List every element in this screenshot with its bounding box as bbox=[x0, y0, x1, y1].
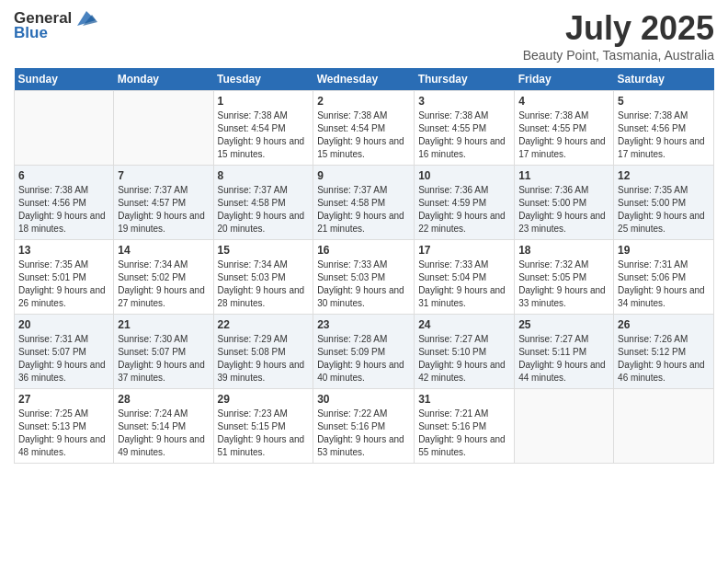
day-number: 8 bbox=[218, 169, 310, 182]
week-row-1: 1Sunrise: 7:38 AM Sunset: 4:54 PM Daylig… bbox=[15, 91, 714, 166]
day-cell: 5Sunrise: 7:38 AM Sunset: 4:56 PM Daylig… bbox=[614, 91, 714, 166]
day-cell bbox=[515, 389, 614, 464]
day-cell: 11Sunrise: 7:36 AM Sunset: 5:00 PM Dayli… bbox=[515, 166, 614, 240]
day-cell: 16Sunrise: 7:33 AM Sunset: 5:03 PM Dayli… bbox=[313, 240, 415, 315]
day-cell: 29Sunrise: 7:23 AM Sunset: 5:15 PM Dayli… bbox=[213, 389, 313, 464]
calendar-header: SundayMondayTuesdayWednesdayThursdayFrid… bbox=[15, 68, 714, 91]
day-cell: 17Sunrise: 7:33 AM Sunset: 5:04 PM Dayli… bbox=[415, 240, 515, 315]
day-header-friday: Friday bbox=[515, 68, 614, 91]
day-number: 28 bbox=[118, 393, 209, 406]
day-number: 14 bbox=[118, 244, 209, 257]
day-cell: 31Sunrise: 7:21 AM Sunset: 5:16 PM Dayli… bbox=[415, 389, 515, 464]
day-cell: 12Sunrise: 7:35 AM Sunset: 5:00 PM Dayli… bbox=[614, 166, 714, 240]
day-cell: 13Sunrise: 7:35 AM Sunset: 5:01 PM Dayli… bbox=[15, 240, 114, 315]
day-info: Sunrise: 7:35 AM Sunset: 5:01 PM Dayligh… bbox=[18, 259, 109, 310]
day-info: Sunrise: 7:33 AM Sunset: 5:04 PM Dayligh… bbox=[418, 259, 510, 310]
day-number: 29 bbox=[218, 393, 310, 406]
day-info: Sunrise: 7:31 AM Sunset: 5:07 PM Dayligh… bbox=[18, 333, 109, 385]
day-info: Sunrise: 7:32 AM Sunset: 5:05 PM Dayligh… bbox=[518, 259, 609, 310]
day-number: 3 bbox=[418, 95, 510, 108]
day-info: Sunrise: 7:36 AM Sunset: 5:00 PM Dayligh… bbox=[518, 184, 609, 236]
day-info: Sunrise: 7:38 AM Sunset: 4:56 PM Dayligh… bbox=[18, 184, 109, 236]
day-header-monday: Monday bbox=[114, 68, 213, 91]
day-cell: 8Sunrise: 7:37 AM Sunset: 4:58 PM Daylig… bbox=[213, 166, 313, 240]
day-number: 12 bbox=[618, 169, 710, 182]
day-info: Sunrise: 7:29 AM Sunset: 5:08 PM Dayligh… bbox=[218, 333, 310, 385]
day-cell: 4Sunrise: 7:38 AM Sunset: 4:55 PM Daylig… bbox=[515, 91, 614, 166]
day-number: 11 bbox=[518, 169, 609, 182]
logo: General Blue bbox=[14, 9, 99, 42]
day-info: Sunrise: 7:31 AM Sunset: 5:06 PM Dayligh… bbox=[618, 259, 710, 310]
day-info: Sunrise: 7:38 AM Sunset: 4:55 PM Dayligh… bbox=[518, 109, 609, 161]
day-cell: 27Sunrise: 7:25 AM Sunset: 5:13 PM Dayli… bbox=[15, 389, 114, 464]
day-info: Sunrise: 7:22 AM Sunset: 5:16 PM Dayligh… bbox=[317, 408, 410, 459]
week-row-5: 27Sunrise: 7:25 AM Sunset: 5:13 PM Dayli… bbox=[15, 389, 714, 464]
day-number: 15 bbox=[218, 244, 310, 257]
day-info: Sunrise: 7:38 AM Sunset: 4:54 PM Dayligh… bbox=[218, 109, 310, 161]
day-cell: 15Sunrise: 7:34 AM Sunset: 5:03 PM Dayli… bbox=[213, 240, 313, 315]
day-cell: 9Sunrise: 7:37 AM Sunset: 4:58 PM Daylig… bbox=[313, 166, 415, 240]
day-number: 26 bbox=[618, 318, 710, 331]
day-info: Sunrise: 7:36 AM Sunset: 4:59 PM Dayligh… bbox=[418, 184, 510, 236]
day-cell: 18Sunrise: 7:32 AM Sunset: 5:05 PM Dayli… bbox=[515, 240, 614, 315]
day-header-tuesday: Tuesday bbox=[213, 68, 313, 91]
day-number: 19 bbox=[618, 244, 710, 257]
header-row: SundayMondayTuesdayWednesdayThursdayFrid… bbox=[15, 68, 714, 91]
logo-text-blue: Blue bbox=[14, 24, 48, 42]
day-cell: 26Sunrise: 7:26 AM Sunset: 5:12 PM Dayli… bbox=[614, 315, 714, 389]
day-info: Sunrise: 7:27 AM Sunset: 5:10 PM Dayligh… bbox=[418, 333, 510, 385]
day-cell: 30Sunrise: 7:22 AM Sunset: 5:16 PM Dayli… bbox=[313, 389, 415, 464]
calendar-body: 1Sunrise: 7:38 AM Sunset: 4:54 PM Daylig… bbox=[15, 91, 714, 464]
day-cell: 10Sunrise: 7:36 AM Sunset: 4:59 PM Dayli… bbox=[415, 166, 515, 240]
day-info: Sunrise: 7:30 AM Sunset: 5:07 PM Dayligh… bbox=[118, 333, 209, 385]
day-cell: 19Sunrise: 7:31 AM Sunset: 5:06 PM Dayli… bbox=[614, 240, 714, 315]
day-number: 30 bbox=[317, 393, 410, 406]
day-info: Sunrise: 7:38 AM Sunset: 4:54 PM Dayligh… bbox=[317, 109, 410, 161]
day-cell: 3Sunrise: 7:38 AM Sunset: 4:55 PM Daylig… bbox=[415, 91, 515, 166]
header: General Blue July 2025 Beauty Point, Tas… bbox=[14, 9, 714, 63]
day-header-wednesday: Wednesday bbox=[313, 68, 415, 91]
day-number: 13 bbox=[18, 244, 109, 257]
day-cell bbox=[614, 389, 714, 464]
week-row-2: 6Sunrise: 7:38 AM Sunset: 4:56 PM Daylig… bbox=[15, 166, 714, 240]
day-number: 27 bbox=[18, 393, 109, 406]
day-cell: 23Sunrise: 7:28 AM Sunset: 5:09 PM Dayli… bbox=[313, 315, 415, 389]
day-info: Sunrise: 7:38 AM Sunset: 4:55 PM Dayligh… bbox=[418, 109, 510, 161]
day-number: 17 bbox=[418, 244, 510, 257]
day-cell: 22Sunrise: 7:29 AM Sunset: 5:08 PM Dayli… bbox=[213, 315, 313, 389]
day-cell: 1Sunrise: 7:38 AM Sunset: 4:54 PM Daylig… bbox=[213, 91, 313, 166]
day-cell: 14Sunrise: 7:34 AM Sunset: 5:02 PM Dayli… bbox=[114, 240, 213, 315]
day-cell bbox=[15, 91, 114, 166]
day-number: 16 bbox=[317, 244, 410, 257]
day-info: Sunrise: 7:28 AM Sunset: 5:09 PM Dayligh… bbox=[317, 333, 410, 385]
day-cell: 2Sunrise: 7:38 AM Sunset: 4:54 PM Daylig… bbox=[313, 91, 415, 166]
day-number: 25 bbox=[518, 318, 609, 331]
day-info: Sunrise: 7:26 AM Sunset: 5:12 PM Dayligh… bbox=[618, 333, 710, 385]
logo-icon bbox=[74, 9, 97, 28]
day-info: Sunrise: 7:37 AM Sunset: 4:57 PM Dayligh… bbox=[118, 184, 209, 236]
day-info: Sunrise: 7:23 AM Sunset: 5:15 PM Dayligh… bbox=[218, 408, 310, 459]
day-cell: 7Sunrise: 7:37 AM Sunset: 4:57 PM Daylig… bbox=[114, 166, 213, 240]
day-info: Sunrise: 7:27 AM Sunset: 5:11 PM Dayligh… bbox=[518, 333, 609, 385]
page-subtitle: Beauty Point, Tasmania, Australia bbox=[523, 48, 714, 63]
day-number: 7 bbox=[118, 169, 209, 182]
day-cell: 24Sunrise: 7:27 AM Sunset: 5:10 PM Dayli… bbox=[415, 315, 515, 389]
day-cell bbox=[114, 91, 213, 166]
week-row-4: 20Sunrise: 7:31 AM Sunset: 5:07 PM Dayli… bbox=[15, 315, 714, 389]
day-cell: 21Sunrise: 7:30 AM Sunset: 5:07 PM Dayli… bbox=[114, 315, 213, 389]
day-cell: 6Sunrise: 7:38 AM Sunset: 4:56 PM Daylig… bbox=[15, 166, 114, 240]
week-row-3: 13Sunrise: 7:35 AM Sunset: 5:01 PM Dayli… bbox=[15, 240, 714, 315]
day-info: Sunrise: 7:38 AM Sunset: 4:56 PM Dayligh… bbox=[618, 109, 710, 161]
day-info: Sunrise: 7:35 AM Sunset: 5:00 PM Dayligh… bbox=[618, 184, 710, 236]
day-info: Sunrise: 7:24 AM Sunset: 5:14 PM Dayligh… bbox=[118, 408, 209, 459]
day-number: 23 bbox=[317, 318, 410, 331]
day-info: Sunrise: 7:37 AM Sunset: 4:58 PM Dayligh… bbox=[218, 184, 310, 236]
day-number: 21 bbox=[118, 318, 209, 331]
day-info: Sunrise: 7:34 AM Sunset: 5:03 PM Dayligh… bbox=[218, 259, 310, 310]
day-number: 31 bbox=[418, 393, 510, 406]
day-info: Sunrise: 7:33 AM Sunset: 5:03 PM Dayligh… bbox=[317, 259, 410, 310]
day-number: 18 bbox=[518, 244, 609, 257]
day-info: Sunrise: 7:34 AM Sunset: 5:02 PM Dayligh… bbox=[118, 259, 209, 310]
day-header-saturday: Saturday bbox=[614, 68, 714, 91]
day-number: 1 bbox=[218, 95, 310, 108]
